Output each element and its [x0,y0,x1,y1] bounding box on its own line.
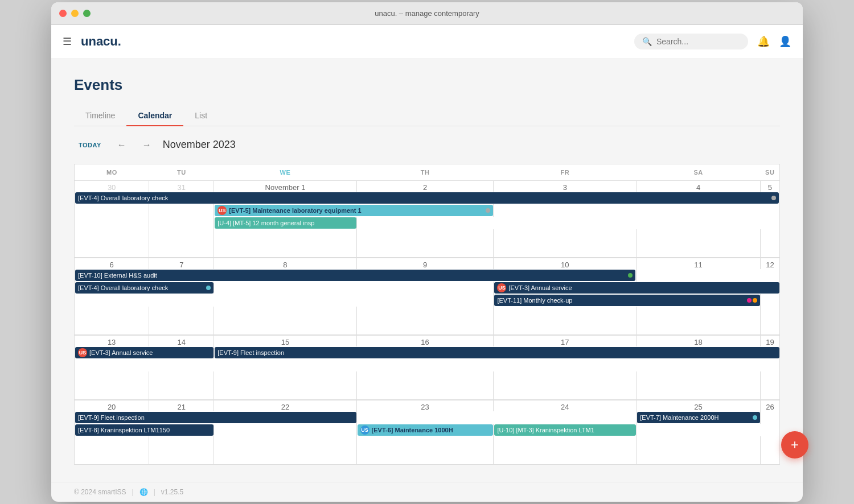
evt3a-bar[interactable]: US [EVT-3] Annual service [494,282,779,294]
sp2c2 [149,307,214,335]
week1-evt1: [EVT-4] Overall laboratory check [75,192,780,204]
evt8-bar-cell[interactable]: [EVT-8] Kraninspektion LTM1150 [75,424,214,436]
day-nov19[interactable]: 19 [760,335,779,346]
evt4-dot [771,196,776,200]
minimize-button[interactable] [71,10,79,17]
evt5-bar-cell[interactable]: US [EVT-5] Maintenance laboratory equipm… [214,204,494,217]
day-nov4[interactable]: 4 [637,180,761,192]
tabs: Timeline Calendar List [74,105,780,126]
day-nov14[interactable]: 14 [149,335,214,346]
evt9a-bar-cell[interactable]: [EVT-9] Fleet inspection [214,346,780,359]
search-input[interactable] [656,37,740,46]
maximize-button[interactable] [83,10,91,17]
day-nov1[interactable]: November 1 [214,180,356,192]
evt-u10-bar-cell[interactable]: [U-10] [MT-3] Kraninspektion LTM1 [494,424,637,436]
footer-divider: | [132,488,134,496]
main-content: Events Timeline Calendar List TODAY ← → … [51,59,803,482]
evt7-bar[interactable]: [EVT-7] Maintenance 2000H [637,412,760,423]
fab-button[interactable]: + [781,431,808,458]
week4-evt2: [EVT-8] Kraninspektion LTM1150 US [EVT-6… [75,424,780,436]
week2-evt1: [EVT-10] External H&S audit [75,269,780,282]
day-nov5[interactable]: 5 [760,180,779,192]
evt9b-bar-cell[interactable]: [EVT-9] Fleet inspection [75,411,357,424]
day-nov23[interactable]: 23 [356,400,494,411]
mt5-bar-cell[interactable]: [U-4] [MT-5] 12 month general insp [214,217,356,229]
evt6-bar-cell[interactable]: US [EVT-6] Maintenance 1000H [356,424,494,436]
user-icon[interactable]: 👤 [779,35,791,48]
day-nov10[interactable]: 10 [494,258,637,269]
evt4-bar[interactable]: [EVT-4] Overall laboratory check [75,192,779,204]
evt3a-bar-cell[interactable]: US [EVT-3] Annual service [494,282,780,294]
day-nov3[interactable]: 3 [494,180,637,192]
evt9a-bar[interactable]: [EVT-9] Fleet inspection [215,347,779,358]
tab-list[interactable]: List [183,105,219,126]
today-button[interactable]: TODAY [74,139,106,151]
sp3c1 [75,371,149,400]
evt5-bar[interactable]: US [EVT-5] Maintenance laboratory equipm… [215,205,493,216]
menu-icon[interactable]: ☰ [63,35,72,48]
next-month-button[interactable]: → [138,138,156,152]
day-nov15[interactable]: 15 [214,335,356,346]
notification-icon[interactable]: 🔔 [757,35,770,48]
day-nov8[interactable]: 8 [214,258,356,269]
sp4c7 [760,436,779,465]
day-nov6[interactable]: 6 [75,258,149,269]
day-nov18[interactable]: 18 [637,335,761,346]
sp4c4 [356,436,494,465]
evt3b-bar[interactable]: US [EVT-3] Annual service [75,347,214,358]
col-tu: TU [149,164,214,180]
week1-spacer [75,229,780,258]
week1-evt3: [U-4] [MT-5] 12 month general insp [75,217,780,229]
day-nov22[interactable]: 22 [214,400,356,411]
day-nov21[interactable]: 21 [149,400,214,411]
tab-calendar[interactable]: Calendar [126,105,183,126]
day-nov25[interactable]: 25 [637,400,761,411]
evt6-badge: US [360,425,369,435]
sp3c4 [356,371,494,400]
w2e3-c14 [75,294,494,307]
w1e3-c1 [75,217,149,229]
evt10-bar[interactable]: [EVT-10] External H&S audit [75,270,635,281]
evt11-bar[interactable]: [EVT-11] Monthly check-up [494,295,759,306]
evt4-row[interactable]: [EVT-4] Overall laboratory check [75,192,780,204]
day-nov11[interactable]: 11 [637,258,761,269]
evt10-row[interactable]: [EVT-10] External H&S audit [75,269,637,282]
evt8-bar[interactable]: [EVT-8] Kraninspektion LTM1150 [75,424,214,436]
topbar-right: 🔍 🔔 👤 [634,34,791,49]
day-oct30[interactable]: 30 [75,180,149,192]
week2-spacer [75,307,780,335]
mt5-bar[interactable]: [U-4] [MT-5] 12 month general insp [215,217,356,229]
day-nov24[interactable]: 24 [494,400,637,411]
evt9b-bar[interactable]: [EVT-9] Fleet inspection [75,412,356,423]
evt-u10-bar[interactable]: [U-10] [MT-3] Kraninspektion LTM1 [494,424,636,436]
evt7-bar-cell[interactable]: [EVT-7] Maintenance 2000H [637,411,761,424]
day-oct31[interactable]: 31 [149,180,214,192]
col-su: SU [760,164,779,180]
day-nov2[interactable]: 2 [356,180,494,192]
day-nov13[interactable]: 13 [75,335,149,346]
tab-timeline[interactable]: Timeline [74,105,126,126]
evt11-dot1 [747,298,752,303]
copyright: © 2024 smartISS [74,488,126,496]
day-nov7[interactable]: 7 [149,258,214,269]
evt3b-bar-cell[interactable]: US [EVT-3] Annual service [75,346,214,359]
day-nov17[interactable]: 17 [494,335,637,346]
day-nov26[interactable]: 26 [760,400,779,411]
day-nov20[interactable]: 20 [75,400,149,411]
close-button[interactable] [59,10,67,17]
day-nov9[interactable]: 9 [356,258,494,269]
w4e2-rest [637,424,780,436]
evt4b-bar[interactable]: [EVT-4] Overall laboratory check [75,282,214,294]
sp2c7 [760,307,779,335]
evt5-dot [486,208,490,213]
day-nov16[interactable]: 16 [356,335,494,346]
day-nov12[interactable]: 12 [760,258,779,269]
sp2c5 [494,307,637,335]
prev-month-button[interactable]: ← [113,138,131,152]
evt11-bar-cell[interactable]: [EVT-11] Monthly check-up [494,294,760,307]
evt6-bar[interactable]: US [EVT-6] Maintenance 1000H [358,424,494,436]
evt4b-bar-cell[interactable]: [EVT-4] Overall laboratory check [75,282,214,294]
search-box[interactable]: 🔍 [634,34,748,49]
sp1c2 [149,229,214,258]
w2e1-rest [637,269,780,282]
